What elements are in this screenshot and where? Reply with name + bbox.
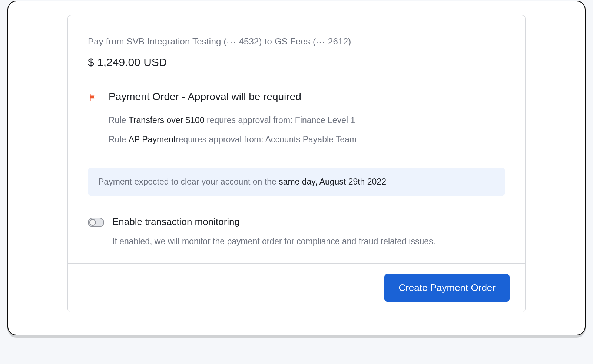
rule-prefix: Rule bbox=[109, 135, 129, 144]
dialog-frame: Pay from SVB Integration Testing (··· 45… bbox=[7, 1, 586, 335]
flag-icon bbox=[88, 92, 97, 104]
rule-name: Transfers over $100 bbox=[129, 115, 205, 125]
pay-prefix: Pay from bbox=[88, 36, 127, 46]
from-account-name: SVB Integration Testing bbox=[127, 36, 221, 46]
to-account-name: GS Fees bbox=[275, 36, 310, 46]
to-mask-open: ( bbox=[310, 36, 316, 46]
monitoring-section: Enable transaction monitoring If enabled… bbox=[88, 216, 505, 248]
payment-summary-line: Pay from SVB Integration Testing (··· 45… bbox=[88, 35, 505, 48]
approval-content: Payment Order - Approval will be require… bbox=[109, 91, 357, 153]
from-mask-number: 4532) bbox=[236, 36, 262, 46]
create-payment-order-button[interactable]: Create Payment Order bbox=[384, 274, 510, 302]
card-body: Pay from SVB Integration Testing (··· 45… bbox=[68, 15, 525, 263]
to-mask-number: 2612) bbox=[325, 36, 351, 46]
monitoring-toggle[interactable] bbox=[88, 218, 104, 227]
expected-date: same day, August 29th 2022 bbox=[279, 177, 386, 186]
monitoring-text: Enable transaction monitoring If enabled… bbox=[112, 216, 435, 248]
approval-rule: Rule Transfers over $100 requres approva… bbox=[109, 114, 357, 127]
payment-amount: $ 1,249.00 USD bbox=[88, 56, 505, 69]
to-prefix: to bbox=[262, 36, 275, 46]
to-mask-dots: ··· bbox=[316, 36, 325, 46]
rule-suffix: requires approval from: Accounts Payable… bbox=[176, 135, 357, 144]
toggle-knob bbox=[89, 219, 96, 226]
approval-section: Payment Order - Approval will be require… bbox=[88, 91, 505, 153]
approval-title: Payment Order - Approval will be require… bbox=[109, 91, 357, 103]
card-footer: Create Payment Order bbox=[68, 263, 525, 312]
expected-clear-info: Payment expected to clear your account o… bbox=[88, 168, 505, 196]
from-mask-open: ( bbox=[221, 36, 226, 46]
expected-prefix: Payment expected to clear your account o… bbox=[98, 177, 279, 186]
rule-prefix: Rule bbox=[109, 115, 129, 125]
monitoring-description: If enabled, we will monitor the payment … bbox=[112, 235, 435, 248]
rule-name: AP Payment bbox=[129, 135, 176, 144]
from-mask-dots: ··· bbox=[227, 36, 236, 46]
monitoring-title: Enable transaction monitoring bbox=[112, 216, 435, 228]
approval-rule: Rule AP Paymentrequires approval from: A… bbox=[109, 133, 357, 146]
payment-card: Pay from SVB Integration Testing (··· 45… bbox=[67, 15, 526, 312]
rule-suffix: requres approval from: Finance Level 1 bbox=[205, 115, 355, 125]
approval-rules: Rule Transfers over $100 requres approva… bbox=[109, 114, 357, 146]
